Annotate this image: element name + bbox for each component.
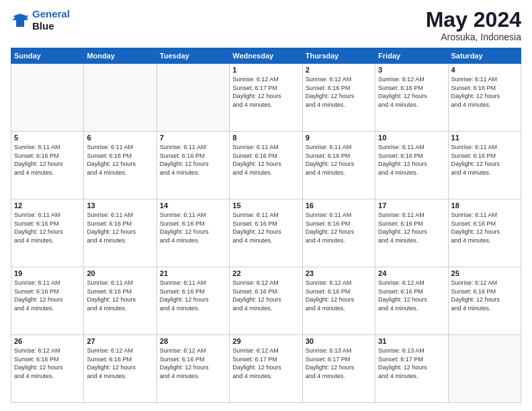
table-row: 16Sunrise: 6:11 AMSunset: 6:16 PMDayligh… (302, 199, 375, 267)
calendar-week-row: 1Sunrise: 6:12 AMSunset: 6:17 PMDaylight… (11, 64, 521, 132)
table-row: 25Sunrise: 6:12 AMSunset: 6:16 PMDayligh… (448, 267, 521, 335)
table-row: 21Sunrise: 6:11 AMSunset: 6:16 PMDayligh… (157, 267, 229, 335)
day-info: Sunrise: 6:12 AMSunset: 6:16 PMDaylight:… (160, 347, 226, 380)
table-row: 26Sunrise: 6:12 AMSunset: 6:16 PMDayligh… (11, 335, 84, 403)
table-row: 1Sunrise: 6:12 AMSunset: 6:17 PMDaylight… (230, 64, 302, 132)
table-row: 10Sunrise: 6:11 AMSunset: 6:16 PMDayligh… (375, 132, 448, 199)
table-row: 20Sunrise: 6:11 AMSunset: 6:16 PMDayligh… (84, 267, 157, 335)
day-number: 29 (232, 337, 299, 345)
table-row: 13Sunrise: 6:11 AMSunset: 6:16 PMDayligh… (84, 199, 157, 267)
table-row: 24Sunrise: 6:12 AMSunset: 6:16 PMDayligh… (375, 267, 448, 335)
table-row: 23Sunrise: 6:12 AMSunset: 6:16 PMDayligh… (302, 267, 375, 335)
month-title: May 2024 (426, 8, 521, 32)
day-info: Sunrise: 6:13 AMSunset: 6:17 PMDaylight:… (378, 347, 445, 380)
day-info: Sunrise: 6:11 AMSunset: 6:16 PMDaylight:… (87, 211, 153, 244)
day-info: Sunrise: 6:13 AMSunset: 6:17 PMDaylight:… (306, 347, 372, 380)
day-info: Sunrise: 6:12 AMSunset: 6:16 PMDaylight:… (378, 279, 445, 312)
day-info: Sunrise: 6:11 AMSunset: 6:16 PMDaylight:… (232, 211, 299, 244)
day-number: 2 (306, 66, 372, 74)
day-number: 19 (14, 269, 81, 277)
day-info: Sunrise: 6:12 AMSunset: 6:16 PMDaylight:… (87, 347, 153, 380)
table-row: 3Sunrise: 6:12 AMSunset: 6:16 PMDaylight… (375, 64, 448, 132)
day-info: Sunrise: 6:11 AMSunset: 6:16 PMDaylight:… (378, 211, 445, 244)
table-row (84, 64, 157, 132)
header-tuesday: Tuesday (157, 48, 229, 64)
header-thursday: Thursday (302, 48, 375, 64)
day-number: 25 (451, 269, 518, 277)
header-wednesday: Wednesday (230, 48, 302, 64)
day-info: Sunrise: 6:12 AMSunset: 6:16 PMDaylight:… (306, 279, 372, 312)
day-info: Sunrise: 6:11 AMSunset: 6:16 PMDaylight:… (14, 143, 81, 177)
day-number: 16 (306, 201, 372, 210)
table-row: 30Sunrise: 6:13 AMSunset: 6:17 PMDayligh… (302, 335, 375, 403)
table-row: 17Sunrise: 6:11 AMSunset: 6:16 PMDayligh… (375, 199, 448, 267)
day-number: 23 (306, 269, 372, 277)
day-info: Sunrise: 6:11 AMSunset: 6:16 PMDaylight:… (87, 143, 153, 177)
header-sunday: Sunday (11, 48, 84, 64)
table-row: 6Sunrise: 6:11 AMSunset: 6:16 PMDaylight… (84, 132, 157, 199)
day-number: 17 (378, 201, 445, 210)
table-row: 18Sunrise: 6:11 AMSunset: 6:16 PMDayligh… (448, 199, 521, 267)
day-info: Sunrise: 6:11 AMSunset: 6:16 PMDaylight:… (160, 279, 226, 312)
table-row: 28Sunrise: 6:12 AMSunset: 6:16 PMDayligh… (157, 335, 229, 403)
table-row: 19Sunrise: 6:11 AMSunset: 6:16 PMDayligh… (11, 267, 84, 335)
day-number: 7 (160, 134, 226, 142)
table-row: 12Sunrise: 6:11 AMSunset: 6:16 PMDayligh… (11, 199, 84, 267)
day-info: Sunrise: 6:12 AMSunset: 6:16 PMDaylight:… (378, 75, 445, 109)
day-info: Sunrise: 6:11 AMSunset: 6:16 PMDaylight:… (232, 143, 299, 177)
logo-text: General Blue (32, 8, 70, 32)
day-number: 18 (451, 201, 518, 210)
location: Arosuka, Indonesia (426, 32, 521, 42)
header: General Blue May 2024 Arosuka, Indonesia (11, 8, 521, 42)
day-number: 31 (378, 337, 445, 345)
day-info: Sunrise: 6:11 AMSunset: 6:16 PMDaylight:… (14, 279, 81, 312)
table-row: 22Sunrise: 6:12 AMSunset: 6:16 PMDayligh… (230, 267, 302, 335)
table-row: 31Sunrise: 6:13 AMSunset: 6:17 PMDayligh… (375, 335, 448, 403)
title-block: May 2024 Arosuka, Indonesia (426, 8, 521, 42)
day-number: 5 (14, 134, 81, 142)
table-row: 14Sunrise: 6:11 AMSunset: 6:16 PMDayligh… (157, 199, 229, 267)
header-saturday: Saturday (448, 48, 521, 64)
day-number: 9 (306, 134, 372, 142)
calendar-week-row: 5Sunrise: 6:11 AMSunset: 6:16 PMDaylight… (11, 132, 521, 199)
table-row: 5Sunrise: 6:11 AMSunset: 6:16 PMDaylight… (11, 132, 84, 199)
calendar-table: Sunday Monday Tuesday Wednesday Thursday… (11, 48, 521, 403)
calendar-week-row: 19Sunrise: 6:11 AMSunset: 6:16 PMDayligh… (11, 267, 521, 335)
table-row: 15Sunrise: 6:11 AMSunset: 6:16 PMDayligh… (230, 199, 302, 267)
calendar-header-row: Sunday Monday Tuesday Wednesday Thursday… (11, 48, 521, 64)
day-info: Sunrise: 6:12 AMSunset: 6:17 PMDaylight:… (232, 75, 299, 109)
day-number: 24 (378, 269, 445, 277)
table-row: 9Sunrise: 6:11 AMSunset: 6:16 PMDaylight… (302, 132, 375, 199)
day-number: 30 (306, 337, 372, 345)
table-row (157, 64, 229, 132)
day-number: 15 (232, 201, 299, 210)
day-info: Sunrise: 6:11 AMSunset: 6:16 PMDaylight:… (160, 143, 226, 177)
day-number: 12 (14, 201, 81, 210)
header-friday: Friday (375, 48, 448, 64)
day-info: Sunrise: 6:11 AMSunset: 6:16 PMDaylight:… (14, 211, 81, 244)
table-row (11, 64, 84, 132)
table-row: 29Sunrise: 6:12 AMSunset: 6:17 PMDayligh… (230, 335, 302, 403)
day-number: 10 (378, 134, 445, 142)
table-row (448, 335, 521, 403)
day-number: 28 (160, 337, 226, 345)
table-row: 11Sunrise: 6:11 AMSunset: 6:16 PMDayligh… (448, 132, 521, 199)
table-row: 7Sunrise: 6:11 AMSunset: 6:16 PMDaylight… (157, 132, 229, 199)
day-number: 4 (451, 66, 518, 74)
calendar-week-row: 12Sunrise: 6:11 AMSunset: 6:16 PMDayligh… (11, 199, 521, 267)
day-number: 11 (451, 134, 518, 142)
logo: General Blue (11, 8, 70, 32)
day-info: Sunrise: 6:11 AMSunset: 6:16 PMDaylight:… (87, 279, 153, 312)
day-info: Sunrise: 6:11 AMSunset: 6:16 PMDaylight:… (160, 211, 226, 244)
day-info: Sunrise: 6:11 AMSunset: 6:16 PMDaylight:… (451, 143, 518, 177)
day-info: Sunrise: 6:11 AMSunset: 6:16 PMDaylight:… (306, 211, 372, 244)
day-info: Sunrise: 6:11 AMSunset: 6:16 PMDaylight:… (378, 143, 445, 177)
table-row: 2Sunrise: 6:12 AMSunset: 6:16 PMDaylight… (302, 64, 375, 132)
day-number: 27 (87, 337, 153, 345)
table-row: 27Sunrise: 6:12 AMSunset: 6:16 PMDayligh… (84, 335, 157, 403)
page: General Blue May 2024 Arosuka, Indonesia… (0, 0, 532, 411)
day-info: Sunrise: 6:12 AMSunset: 6:16 PMDaylight:… (232, 279, 299, 312)
day-info: Sunrise: 6:12 AMSunset: 6:16 PMDaylight:… (451, 279, 518, 312)
calendar-week-row: 26Sunrise: 6:12 AMSunset: 6:16 PMDayligh… (11, 335, 521, 403)
day-info: Sunrise: 6:11 AMSunset: 6:16 PMDaylight:… (451, 75, 518, 109)
